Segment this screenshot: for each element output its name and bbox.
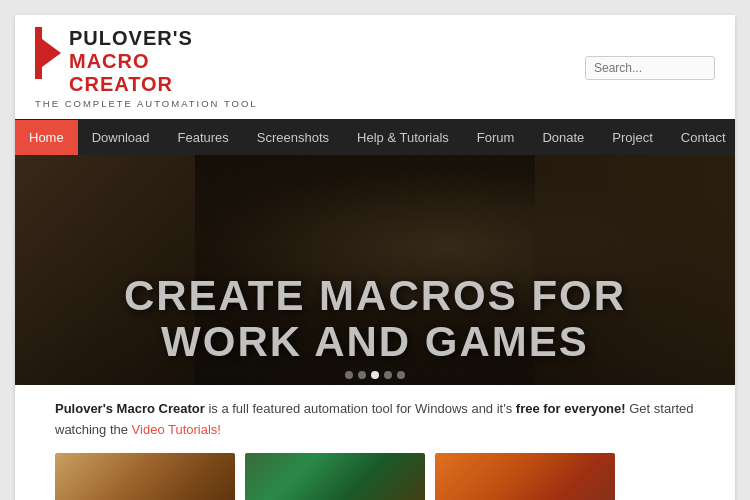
hero-dot-5[interactable]	[397, 371, 405, 379]
intro-paragraph: Pulover's Macro Creator is a full featur…	[55, 399, 695, 441]
hero-title-line1: CREATE MACROS FOR	[15, 273, 735, 319]
logo-text: PULOVER'S MACRO CREATOR	[35, 27, 258, 96]
free-text: free for everyone!	[516, 401, 626, 416]
hero-dot-2[interactable]	[358, 371, 366, 379]
search-input[interactable]	[585, 56, 715, 80]
thumbnail-1[interactable]	[55, 453, 235, 500]
nav-item-donate[interactable]: Donate	[528, 120, 598, 155]
hero-dot-4[interactable]	[384, 371, 392, 379]
nav-item-features[interactable]: Features	[164, 120, 243, 155]
logo-area: PULOVER'S MACRO CREATOR THE COMPLETE AUT…	[35, 27, 258, 109]
nav-item-project[interactable]: Project	[598, 120, 666, 155]
nav-item-download[interactable]: Download	[78, 120, 164, 155]
page-wrapper: PULOVER'S MACRO CREATOR THE COMPLETE AUT…	[0, 0, 750, 500]
hero-text: CREATE MACROS FOR WORK AND GAMES	[15, 273, 735, 365]
hero-title-line2: WORK AND GAMES	[15, 319, 735, 365]
nav-item-screenshots[interactable]: Screenshots	[243, 120, 343, 155]
content-area: Pulover's Macro Creator is a full featur…	[15, 385, 735, 500]
svg-marker-1	[42, 39, 61, 67]
logo-line1: PULOVER'S	[69, 27, 193, 50]
svg-rect-0	[35, 27, 42, 79]
hero-dots	[345, 371, 405, 379]
logo-line2: MACRO	[69, 50, 193, 73]
intro-text: is a full featured automation tool for W…	[205, 401, 516, 416]
thumbnail-row	[55, 453, 695, 500]
video-tutorials-link[interactable]: Video Tutorials!	[132, 422, 221, 437]
nav-item-home[interactable]: Home	[15, 120, 78, 155]
nav-item-contact[interactable]: Contact	[667, 120, 740, 155]
inner-wrapper: PULOVER'S MACRO CREATOR THE COMPLETE AUT…	[15, 15, 735, 500]
logo-words: PULOVER'S MACRO CREATOR	[69, 27, 193, 96]
tagline: THE COMPLETE AUTOMATION TOOL	[35, 98, 258, 109]
thumbnail-3[interactable]	[435, 453, 615, 500]
nav-item-help[interactable]: Help & Tutorials	[343, 120, 463, 155]
logo-icon	[35, 27, 63, 79]
thumbnail-2[interactable]	[245, 453, 425, 500]
site-header: PULOVER'S MACRO CREATOR THE COMPLETE AUT…	[15, 15, 735, 119]
main-nav: Home Download Features Screenshots Help …	[15, 119, 735, 155]
brand-name: Pulover's Macro Creator	[55, 401, 205, 416]
hero-dot-1[interactable]	[345, 371, 353, 379]
logo-line3: CREATOR	[69, 73, 193, 96]
hero-dot-3[interactable]	[371, 371, 379, 379]
nav-search-icon[interactable]: 🔍	[740, 119, 750, 155]
hero-section: CREATE MACROS FOR WORK AND GAMES	[15, 155, 735, 385]
nav-item-forum[interactable]: Forum	[463, 120, 529, 155]
